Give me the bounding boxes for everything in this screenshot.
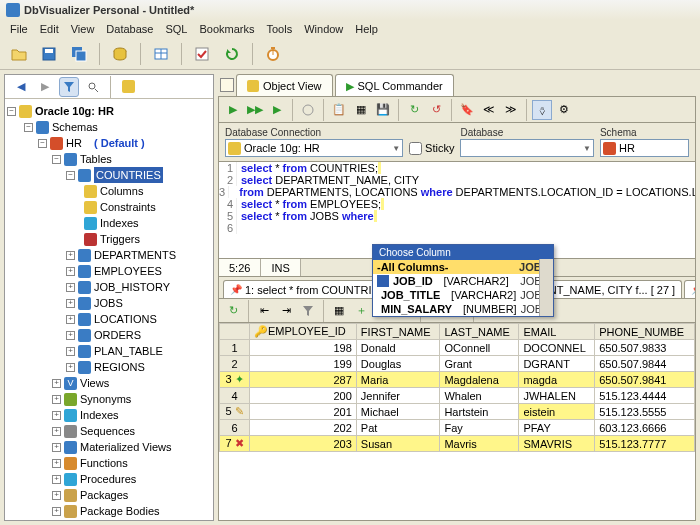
tab-sql-commander[interactable]: ▶SQL Commander xyxy=(335,74,454,96)
commit-button[interactable]: ↻ xyxy=(404,100,424,120)
tree-synonyms[interactable]: Synonyms xyxy=(80,391,131,407)
tree-indexes2[interactable]: Indexes xyxy=(80,407,119,423)
grid-filter-button[interactable] xyxy=(298,301,318,321)
result-grid[interactable]: 🔑EMPLOYEE_IDFIRST_NAMELAST_NAMEEMAILPHON… xyxy=(218,323,696,521)
tree-matviews[interactable]: Materialized Views xyxy=(80,439,172,455)
popup-item-jobtitle[interactable]: JOB_TITLE [VARCHAR2]JOBS xyxy=(373,288,553,302)
tree-packages[interactable]: Packages xyxy=(80,487,128,503)
row-header[interactable]: 1 xyxy=(220,340,250,356)
grid-first-button[interactable]: ⇤ xyxy=(254,301,274,321)
tree-schemas[interactable]: Schemas xyxy=(52,119,98,135)
save-sql-button[interactable]: 💾 xyxy=(373,100,393,120)
open-folder-button[interactable] xyxy=(6,41,32,67)
tree-regions[interactable]: REGIONS xyxy=(94,359,145,375)
row-header[interactable]: 5 ✎ xyxy=(220,404,250,420)
tree-filter-button[interactable] xyxy=(59,77,79,97)
stop-button[interactable] xyxy=(298,100,318,120)
tree-countries[interactable]: COUNTRIES xyxy=(94,167,163,183)
tab-object-view[interactable]: Object View xyxy=(236,74,333,96)
tree-search-button[interactable] xyxy=(83,77,103,97)
tree-locations[interactable]: LOCATIONS xyxy=(94,311,157,327)
menu-sql[interactable]: SQL xyxy=(165,23,187,35)
row-header[interactable]: 3 ✦ xyxy=(220,372,250,388)
refresh-button[interactable] xyxy=(219,41,245,67)
result-tab-3[interactable]: 📌3: select * fron xyxy=(684,280,696,298)
tree-triggers[interactable]: Triggers xyxy=(100,231,140,247)
db-tree[interactable]: −Oracle 10g: HR −Schemas −HR ( Default )… xyxy=(5,99,213,521)
tree-procedures[interactable]: Procedures xyxy=(80,471,136,487)
tree-indexes[interactable]: Indexes xyxy=(100,215,139,231)
save-all-button[interactable] xyxy=(66,41,92,67)
tree-hr[interactable]: HR xyxy=(66,135,82,151)
menu-window[interactable]: Window xyxy=(304,23,343,35)
app-icon xyxy=(6,3,20,17)
tree-fwd-button[interactable]: ▶ xyxy=(35,77,55,97)
tree-db-button[interactable] xyxy=(118,77,138,97)
history-fwd-button[interactable]: ≫ xyxy=(501,100,521,120)
save-button[interactable] xyxy=(36,41,62,67)
table-button[interactable] xyxy=(148,41,174,67)
grid-add-button[interactable]: ＋ xyxy=(351,301,371,321)
tree-functions[interactable]: Functions xyxy=(80,455,128,471)
col-header[interactable]: FIRST_NAME xyxy=(356,324,440,340)
sticky-label: Sticky xyxy=(425,142,454,154)
grid-last-button[interactable]: ⇥ xyxy=(276,301,296,321)
tree-plantable[interactable]: PLAN_TABLE xyxy=(94,343,163,359)
rollback-button[interactable]: ↺ xyxy=(426,100,446,120)
tree-constraints[interactable]: Constraints xyxy=(100,199,156,215)
menu-tools[interactable]: Tools xyxy=(267,23,293,35)
autocomplete-button[interactable]: ⎀ xyxy=(532,100,552,120)
tree-tables[interactable]: Tables xyxy=(80,151,112,167)
col-header[interactable] xyxy=(220,324,250,340)
row-header[interactable]: 2 xyxy=(220,356,250,372)
menu-edit[interactable]: Edit xyxy=(40,23,59,35)
menu-view[interactable]: View xyxy=(71,23,95,35)
run-button[interactable]: ▶ xyxy=(223,100,243,120)
sticky-checkbox[interactable] xyxy=(409,142,422,155)
tree-employees[interactable]: EMPLOYEES xyxy=(94,263,162,279)
grid-export-button[interactable]: ▦ xyxy=(329,301,349,321)
menu-bookmarks[interactable]: Bookmarks xyxy=(199,23,254,35)
db-connection-combo[interactable]: Oracle 10g: HR▼ xyxy=(225,139,403,157)
run-script-button[interactable]: ▶▶ xyxy=(245,100,265,120)
row-header[interactable]: 7 ✖ xyxy=(220,436,250,452)
popup-item-jobid[interactable]: JOB_ID [VARCHAR2]JOBS xyxy=(373,274,553,288)
bookmark-button[interactable]: 🔖 xyxy=(457,100,477,120)
menu-database[interactable]: Database xyxy=(106,23,153,35)
col-header[interactable]: PHONE_NUMBE xyxy=(595,324,695,340)
grid-refresh-button[interactable]: ↻ xyxy=(223,301,243,321)
autocomplete-popup[interactable]: Choose Column -All Columns-JOBS JOB_ID [… xyxy=(372,244,554,317)
tree-packagebodies[interactable]: Package Bodies xyxy=(80,503,160,519)
copy-button[interactable]: 📋 xyxy=(329,100,349,120)
schema-combo[interactable]: HR xyxy=(600,139,689,157)
tree-sequences[interactable]: Sequences xyxy=(80,423,135,439)
run-current-button[interactable]: ▶ xyxy=(267,100,287,120)
tree-jobs[interactable]: JOBS xyxy=(94,295,123,311)
popup-item-minsalary[interactable]: MIN_SALARY [NUMBER]JOBS xyxy=(373,302,553,316)
menu-help[interactable]: Help xyxy=(355,23,378,35)
col-header[interactable]: EMAIL xyxy=(519,324,595,340)
grid-button[interactable]: ▦ xyxy=(351,100,371,120)
tree-columns[interactable]: Columns xyxy=(100,183,143,199)
col-header[interactable]: 🔑EMPLOYEE_ID xyxy=(250,324,357,340)
tree-javasources[interactable]: Java Sources xyxy=(80,519,147,521)
col-header[interactable]: LAST_NAME xyxy=(440,324,519,340)
popup-scrollbar[interactable] xyxy=(539,259,553,316)
menu-file[interactable]: File xyxy=(10,23,28,35)
row-header[interactable]: 4 xyxy=(220,388,250,404)
tree-panel[interactable]: ◀ ▶ −Oracle 10g: HR −Schemas −HR ( Defau… xyxy=(4,74,214,521)
database-combo[interactable]: ▼ xyxy=(460,139,594,157)
row-header[interactable]: 6 xyxy=(220,420,250,436)
settings-button[interactable]: ⚙ xyxy=(554,100,574,120)
tree-orders[interactable]: ORDERS xyxy=(94,327,141,343)
tree-views[interactable]: Views xyxy=(80,375,109,391)
tree-jobhistory[interactable]: JOB_HISTORY xyxy=(94,279,170,295)
tree-root[interactable]: Oracle 10g: HR xyxy=(35,103,114,119)
tree-back-button[interactable]: ◀ xyxy=(11,77,31,97)
connect-button[interactable] xyxy=(107,41,133,67)
tree-departments[interactable]: DEPARTMENTS xyxy=(94,247,176,263)
timer-button[interactable] xyxy=(260,41,286,67)
check-button[interactable] xyxy=(189,41,215,67)
history-back-button[interactable]: ≪ xyxy=(479,100,499,120)
popup-all-columns[interactable]: -All Columns-JOBS xyxy=(373,260,553,274)
